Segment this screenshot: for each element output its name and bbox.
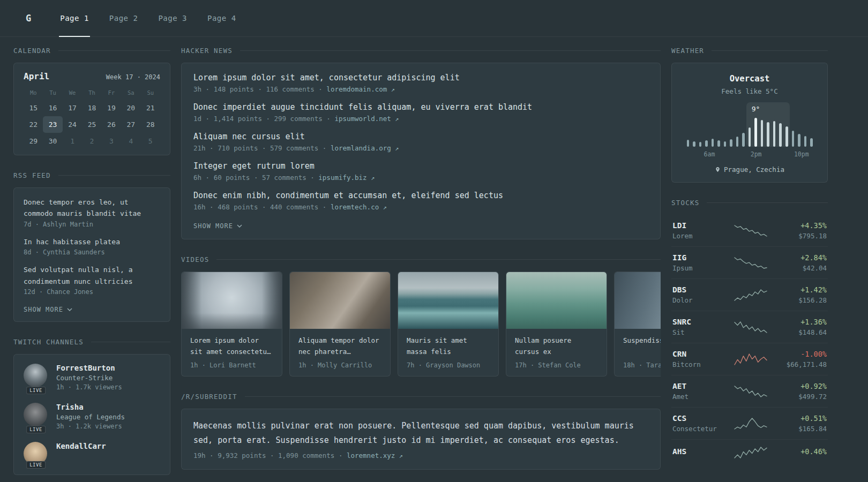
stock-row[interactable]: CRN Bitcorn -1.00% $66,171.48 — [671, 343, 828, 375]
twitch-channel-row[interactable]: LIVE Trisha League of Legends 3h · 1.2k … — [24, 403, 160, 430]
stock-symbol: CRN — [672, 350, 723, 358]
hackernews-item-title[interactable]: Lorem ipsum dolor sit amet, consectetur … — [193, 73, 648, 82]
rss-item-title: In hac habitasse platea — [24, 236, 160, 247]
page-tab[interactable]: Page 3 — [151, 0, 194, 36]
page-tab[interactable]: Page 2 — [102, 0, 146, 36]
hackernews-item-domain[interactable]: loremlandia.org — [331, 144, 391, 152]
calendar-section: CALENDAR April Week 17 · 2024 MoTuWeThFr… — [13, 47, 170, 155]
weather-time-label: 10pm — [794, 150, 809, 158]
twitch-channel-row[interactable]: LIVE ForrestBurton Counter-Strike 1h · 1… — [24, 364, 160, 391]
video-card[interactable]: Suspendisse diam 18h · Tara — [614, 272, 661, 376]
rss-show-more-button[interactable]: SHOW MORE — [24, 306, 72, 313]
rss-item[interactable]: Sed volutpat nulla nisl, a condimentum n… — [24, 264, 160, 296]
video-card[interactable]: Aliquam tempor dolor nec pharetra… 1h · … — [289, 272, 391, 376]
rss-item-meta: 8d · Cynthia Saunders — [24, 248, 160, 256]
weather-bar-slot — [709, 104, 716, 147]
calendar-day: 2 — [82, 133, 101, 149]
calendar-day: 24 — [63, 116, 82, 133]
hackernews-item: Donec imperdiet augue tincidunt felis al… — [193, 102, 648, 123]
calendar-day: 23 — [43, 116, 62, 133]
page-tab[interactable]: Page 1 — [53, 0, 96, 36]
page-tab[interactable]: Page 4 — [200, 0, 244, 36]
calendar-day: 17 — [63, 100, 82, 116]
stock-price: $499.72 — [779, 393, 827, 401]
stock-identity: DBS Dolor — [672, 285, 723, 304]
avatar — [24, 364, 47, 387]
video-card[interactable]: Nullam posuere cursus ex 17h · Stefan Co… — [506, 272, 607, 376]
stock-price: $66,171.48 — [779, 360, 827, 368]
video-card[interactable]: Mauris sit amet massa felis 7h · Grayson… — [398, 272, 499, 376]
video-meta: 7h · Grayson Dawson — [407, 362, 490, 369]
stock-identity: AET Amet — [672, 382, 723, 401]
stock-name: Ipsum — [672, 264, 723, 272]
calendar-day: 21 — [141, 100, 160, 116]
subreddit-post-domain[interactable]: loremnet.xyz — [347, 451, 395, 460]
calendar-weekday: Tu — [43, 86, 62, 100]
calendar-day: 28 — [141, 116, 160, 133]
stock-sparkline — [723, 321, 779, 334]
video-meta: 1h · Molly Carrillo — [298, 362, 381, 369]
hackernews-item-domain[interactable]: loremtech.co — [331, 203, 379, 211]
hackernews-show-more-button[interactable]: SHOW MORE — [193, 222, 242, 230]
calendar-day: 16 — [43, 100, 62, 116]
hackernews-item-stats: 21h · 710 points · 579 comments · — [193, 144, 326, 152]
twitch-channel-name: KendallCarr — [56, 442, 106, 450]
app-logo[interactable]: G — [26, 13, 31, 24]
twitch-channel-game: League of Legends — [56, 413, 125, 421]
stock-row[interactable]: CCS Consectetur +0.51% $165.84 — [671, 407, 828, 439]
rss-item[interactable]: Donec tempor eros leo, ut commodo mauris… — [24, 197, 160, 228]
hackernews-item-domain[interactable]: ipsumify.biz — [318, 174, 366, 182]
stock-identity: LDI Lorem — [672, 221, 723, 240]
calendar-day: 29 — [24, 133, 43, 149]
stock-identity: CCS Consectetur — [672, 414, 723, 433]
twitch-channel-meta: 3h · 1.2k viewers — [56, 423, 125, 430]
hackernews-item-domain[interactable]: ipsumworld.net — [334, 115, 391, 123]
calendar-month: April — [24, 71, 49, 81]
stock-name: Dolor — [672, 296, 723, 304]
calendar-widget: April Week 17 · 2024 MoTuWeThFrSaSu 1516… — [13, 63, 170, 155]
external-link-icon: ↗ — [383, 204, 387, 211]
stock-row[interactable]: DBS Dolor +1.42% $156.28 — [671, 278, 828, 311]
weather-condition: Overcast — [682, 74, 818, 84]
twitch-channel-info: ForrestBurton Counter-Strike 1h · 1.7k v… — [56, 364, 122, 391]
stock-row[interactable]: SNRC Sit +1.36% $148.64 — [671, 311, 828, 343]
stock-row[interactable]: AHS +0.46% — [671, 439, 828, 465]
hackernews-item-title[interactable]: Donec imperdiet augue tincidunt felis al… — [193, 102, 648, 112]
hackernews-list: Lorem ipsum dolor sit amet, consectetur … — [193, 73, 648, 211]
weather-bar-slot — [777, 104, 784, 147]
weather-temp-bar — [749, 127, 751, 147]
stock-row[interactable]: AET Amet +0.92% $499.72 — [671, 375, 828, 407]
weather-bar-slot — [765, 104, 772, 147]
dashboard-columns: CALENDAR April Week 17 · 2024 MoTuWeThFr… — [0, 37, 868, 482]
stock-symbol: LDI — [672, 221, 723, 230]
hackernews-item-title[interactable]: Donec enim nibh, condimentum et accumsan… — [193, 191, 648, 200]
external-link-icon: ↗ — [371, 174, 375, 182]
weather-section: WEATHER Overcast Feels like 5°C 9° — [671, 47, 828, 183]
hackernews-item-title[interactable]: Aliquam nec cursus elit — [193, 132, 648, 141]
weather-bar-slot — [691, 104, 698, 147]
weather-temp-bar — [779, 123, 782, 147]
weather-temp-bar — [785, 126, 788, 147]
video-thumbnail — [398, 272, 498, 329]
weather-bar-slot — [722, 104, 728, 147]
twitch-channel-row[interactable]: LIVE KendallCarr — [24, 442, 160, 465]
stock-row[interactable]: IIG Ipsum +2.84% $42.04 — [671, 246, 828, 278]
stock-name: Sit — [672, 328, 723, 336]
rss-item[interactable]: In hac habitasse platea 8d · Cynthia Sau… — [24, 236, 160, 256]
stock-change: +0.46% — [779, 447, 827, 456]
twitch-widget: LIVE ForrestBurton Counter-Strike 1h · 1… — [13, 354, 170, 475]
section-header-calendar: CALENDAR — [13, 47, 170, 55]
section-header-stocks: STOCKS — [671, 199, 828, 207]
calendar-day: 18 — [82, 100, 101, 116]
subreddit-post-title[interactable]: Maecenas mollis pulvinar erat non posuer… — [193, 419, 648, 447]
stock-row[interactable]: LDI Lorem +4.35% $795.18 — [671, 215, 828, 246]
calendar-day: 19 — [102, 100, 121, 116]
top-navbar: G Page 1Page 2Page 3Page 4 — [0, 0, 868, 37]
video-card[interactable]: Lorem ipsum dolor sit amet consectetu… 1… — [181, 272, 282, 376]
stock-price: $42.04 — [779, 264, 827, 272]
weather-bar-slot — [809, 104, 815, 147]
hackernews-item-title[interactable]: Integer eget rutrum lorem — [193, 161, 648, 171]
stock-sparkline — [723, 417, 779, 430]
stock-change: +1.42% — [779, 285, 827, 294]
hackernews-item-domain[interactable]: loremdomain.com — [326, 85, 387, 93]
